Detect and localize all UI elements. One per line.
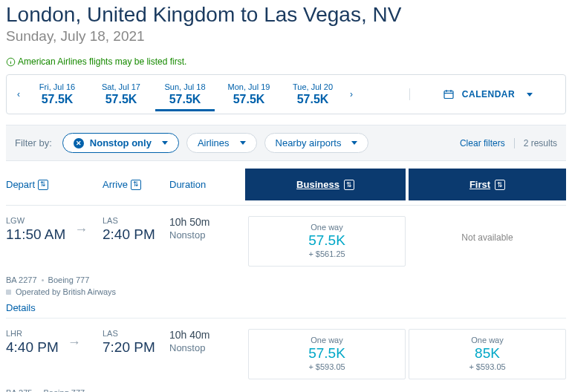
flight-row: LGW11:50 AM→LAS2:40 PM10h 50mNonstopOne … bbox=[6, 206, 566, 318]
flight-meta: BA 275Boeing 777 bbox=[6, 388, 566, 392]
date-cell-1[interactable]: Sat, Jul 1757.5K bbox=[91, 78, 151, 111]
priority-notice: American Airlines flights may be listed … bbox=[6, 56, 566, 67]
cabin-first-header[interactable]: First ⇅ bbox=[409, 169, 566, 200]
dep-code: LGW bbox=[6, 216, 65, 225]
sort-icon: ⇅ bbox=[131, 180, 141, 190]
date-cell-4[interactable]: Tue, Jul 2057.5K bbox=[283, 78, 342, 111]
results-header-row: Depart ⇅ Arrive ⇅ Duration Business ⇅ Fi… bbox=[6, 169, 566, 200]
duration-value: 10h 40m bbox=[169, 329, 245, 341]
filter-airlines-label: Airlines bbox=[198, 137, 230, 148]
flight-number: BA 275 bbox=[6, 388, 32, 392]
date-price: 57.5K bbox=[283, 93, 342, 106]
sort-depart-label: Depart bbox=[6, 179, 35, 190]
clear-filters-link[interactable]: Clear filters bbox=[460, 138, 505, 148]
sort-depart[interactable]: Depart ⇅ bbox=[6, 173, 103, 196]
fare-miles: 57.5K bbox=[249, 345, 405, 362]
chevron-down-icon bbox=[527, 93, 533, 97]
date-label: Sun, Jul 18 bbox=[155, 82, 215, 91]
route-arrow-icon: → bbox=[68, 335, 81, 350]
fare-type: One way bbox=[249, 336, 405, 344]
fare-type: One way bbox=[409, 336, 565, 344]
dep-code: LHR bbox=[6, 329, 59, 338]
details-link[interactable]: Details bbox=[6, 302, 566, 313]
fare-business[interactable]: One way57.5K+ $593.05 bbox=[248, 329, 406, 379]
arr-time: 2:40 PM bbox=[103, 226, 169, 243]
aircraft-type: Boeing 777 bbox=[48, 275, 90, 284]
sort-duration[interactable]: Duration bbox=[169, 173, 245, 196]
filter-airlines-pill[interactable]: Airlines bbox=[186, 133, 257, 153]
route-date: Sunday, July 18, 2021 bbox=[6, 28, 566, 45]
dep-time: 11:50 AM bbox=[6, 226, 65, 243]
date-next-button[interactable]: › bbox=[345, 83, 357, 105]
date-label: Mon, Jul 19 bbox=[219, 82, 279, 91]
route-title: London, United Kingdom to Las Vegas, NV bbox=[6, 3, 566, 27]
sort-icon: ⇅ bbox=[38, 180, 48, 190]
date-label: Sat, Jul 17 bbox=[91, 82, 151, 91]
date-cell-0[interactable]: Fri, Jul 1657.5K bbox=[27, 78, 87, 111]
date-price: 57.5K bbox=[91, 93, 151, 106]
sort-icon: ⇅ bbox=[344, 180, 354, 190]
fare-cash: + $593.05 bbox=[249, 362, 405, 371]
cabin-business-header[interactable]: Business ⇅ bbox=[245, 169, 406, 200]
cabin-business-label: Business bbox=[296, 179, 339, 190]
arr-code: LAS bbox=[103, 216, 169, 225]
info-icon bbox=[6, 57, 16, 67]
fare-first-na: Not available bbox=[409, 216, 566, 243]
results-count: 2 results bbox=[514, 138, 557, 148]
carrier-indicator-icon bbox=[6, 290, 11, 295]
date-prev-button[interactable]: ‹ bbox=[13, 83, 25, 105]
sort-arrive[interactable]: Arrive ⇅ bbox=[103, 173, 169, 196]
date-price: 57.5K bbox=[219, 93, 279, 106]
fare-cash: + $561.25 bbox=[249, 249, 405, 258]
notice-text: American Airlines flights may be listed … bbox=[18, 56, 186, 67]
fare-miles: 57.5K bbox=[249, 232, 405, 249]
date-cell-3[interactable]: Mon, Jul 1957.5K bbox=[219, 78, 279, 111]
chevron-down-icon bbox=[162, 141, 168, 145]
fare-miles: 85K bbox=[409, 345, 565, 362]
date-label: Tue, Jul 20 bbox=[283, 82, 342, 91]
arr-code: LAS bbox=[103, 329, 169, 338]
fare-cash: + $593.05 bbox=[409, 362, 565, 371]
date-label: Fri, Jul 16 bbox=[27, 82, 87, 91]
date-carousel: ‹ Fri, Jul 1657.5KSat, Jul 1757.5KSun, J… bbox=[6, 74, 566, 114]
fare-business[interactable]: One way57.5K+ $561.25 bbox=[248, 216, 406, 267]
duration-value: 10h 50m bbox=[169, 216, 245, 228]
filter-nonstop-label: Nonstop only bbox=[90, 137, 152, 148]
sort-icon: ⇅ bbox=[495, 180, 505, 190]
calendar-label: CALENDAR bbox=[462, 89, 515, 99]
filter-nonstop-pill[interactable]: ✕ Nonstop only bbox=[62, 133, 179, 153]
date-price: 57.5K bbox=[155, 93, 215, 106]
aircraft-type: Boeing 777 bbox=[43, 388, 85, 392]
arr-time: 7:20 PM bbox=[103, 339, 169, 356]
fare-first[interactable]: One way85K+ $593.05 bbox=[409, 329, 566, 379]
flight-meta: BA 2277Boeing 777 bbox=[6, 275, 566, 284]
flight-row: LHR4:40 PM→LAS7:20 PM10h 40mNonstopOne w… bbox=[6, 318, 566, 392]
remove-filter-icon[interactable]: ✕ bbox=[74, 138, 84, 148]
flight-number: BA 2277 bbox=[6, 275, 37, 284]
filter-nearby-label: Nearby airports bbox=[276, 137, 342, 148]
filter-bar: Filter by: ✕ Nonstop only Airlines Nearb… bbox=[6, 125, 566, 161]
svg-rect-3 bbox=[444, 91, 453, 99]
date-price: 57.5K bbox=[27, 93, 87, 106]
stops-value: Nonstop bbox=[169, 342, 245, 353]
operated-by: Operated by British Airways bbox=[6, 287, 566, 296]
calendar-icon bbox=[443, 88, 455, 100]
sort-duration-label: Duration bbox=[169, 179, 206, 190]
chevron-down-icon bbox=[351, 141, 357, 145]
date-cell-2[interactable]: Sun, Jul 1857.5K bbox=[155, 78, 215, 111]
cabin-first-label: First bbox=[469, 179, 490, 190]
fare-type: One way bbox=[249, 223, 405, 232]
filter-label: Filter by: bbox=[15, 137, 52, 148]
dep-time: 4:40 PM bbox=[6, 339, 59, 356]
sort-arrive-label: Arrive bbox=[103, 179, 128, 190]
filter-nearby-pill[interactable]: Nearby airports bbox=[264, 133, 369, 153]
route-arrow-icon: → bbox=[74, 222, 88, 238]
chevron-down-icon bbox=[240, 141, 246, 145]
calendar-button[interactable]: CALENDAR bbox=[409, 88, 565, 100]
stops-value: Nonstop bbox=[169, 229, 245, 241]
